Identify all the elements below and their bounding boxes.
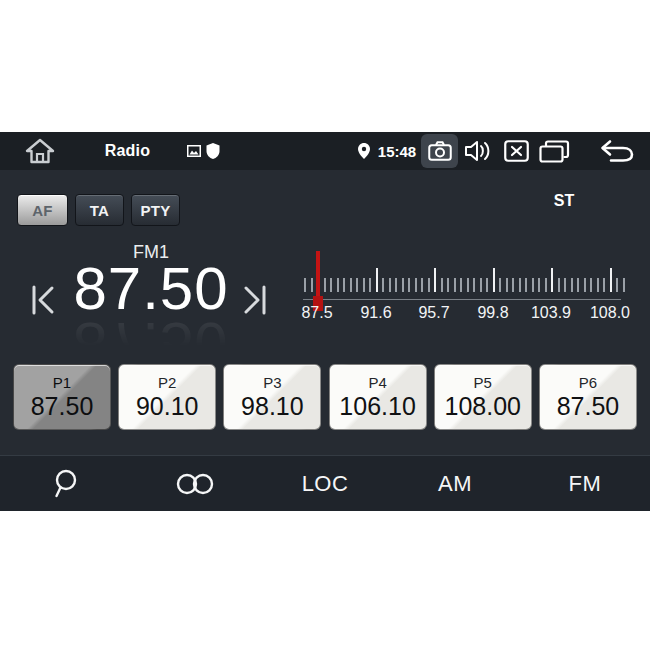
seek-forward-icon: [242, 282, 268, 318]
ta-button[interactable]: TA: [75, 194, 124, 226]
minor-tick: [421, 278, 423, 292]
option-button-row: AF TA PTY: [17, 194, 180, 226]
minor-tick: [499, 278, 501, 292]
minor-tick: [304, 278, 306, 292]
minor-tick: [330, 278, 332, 292]
minor-tick: [577, 278, 579, 292]
minor-tick: [571, 278, 573, 292]
minor-tick: [324, 278, 326, 292]
status-bar: Radio 15:48: [0, 132, 650, 170]
tuning-needle: [316, 251, 320, 299]
home-button[interactable]: [22, 132, 58, 170]
shield-icon: [205, 132, 221, 170]
search-icon: [51, 469, 79, 499]
minor-tick: [590, 278, 592, 292]
minor-tick: [382, 278, 384, 292]
radio-app-window: Radio 15:48: [0, 132, 650, 511]
minor-tick: [389, 278, 391, 292]
preset-label: P5: [474, 374, 492, 392]
preset-frequency: 106.10: [339, 392, 415, 420]
minor-tick: [525, 278, 527, 292]
camera-button[interactable]: [421, 134, 458, 168]
minor-tick: [519, 278, 521, 292]
preset-frequency: 108.00: [445, 392, 521, 420]
minor-tick: [408, 278, 410, 292]
minor-tick: [343, 278, 345, 292]
camera-icon: [428, 141, 452, 161]
minor-tick: [512, 278, 514, 292]
preset-button-p1[interactable]: P1 87.50: [13, 364, 111, 430]
gallery-icon: [186, 132, 202, 170]
af-button[interactable]: AF: [17, 194, 68, 226]
preset-button-p6[interactable]: P6 87.50: [539, 364, 637, 430]
search-button[interactable]: [0, 456, 130, 511]
radio-main-panel: AF TA PTY ST FM1 87.50 87.50: [0, 170, 650, 455]
major-tick: [376, 268, 378, 292]
close-window-icon: [504, 140, 529, 162]
major-tick: [493, 268, 495, 292]
back-icon: [597, 139, 635, 163]
preset-button-p2[interactable]: P2 90.10: [118, 364, 216, 430]
stereo-indicator: ST: [540, 192, 588, 210]
minor-tick: [415, 278, 417, 292]
preset-label: P3: [263, 374, 281, 392]
preset-scan-icon: [176, 473, 214, 495]
pty-button[interactable]: PTY: [131, 194, 180, 226]
preset-label: P1: [53, 374, 71, 392]
bottom-toolbar: LOC AM FM: [0, 455, 650, 511]
minor-tick: [447, 278, 449, 292]
scale-baseline: [303, 299, 621, 300]
preset-frequency: 87.50: [31, 392, 94, 420]
minor-tick: [603, 278, 605, 292]
scale-label: 103.9: [521, 304, 581, 322]
minor-tick: [467, 278, 469, 292]
seek-forward-button[interactable]: [240, 280, 270, 320]
minor-tick: [369, 278, 371, 292]
minor-tick: [558, 278, 560, 292]
status-clock: 15:48: [374, 132, 420, 170]
minor-tick: [395, 278, 397, 292]
scale-label: 91.6: [346, 304, 406, 322]
minor-tick: [337, 278, 339, 292]
minor-tick: [454, 278, 456, 292]
minor-tick: [473, 278, 475, 292]
scale-label: 99.8: [463, 304, 523, 322]
tuning-scale[interactable]: 87.5 91.6 95.7 99.8 103.9 108.0: [303, 248, 625, 338]
recent-apps-button[interactable]: [536, 132, 572, 170]
preset-label: P4: [368, 374, 386, 392]
preset-button-p5[interactable]: P5 108.00: [434, 364, 532, 430]
minor-tick: [460, 278, 462, 292]
minor-tick: [545, 278, 547, 292]
minor-tick: [350, 278, 352, 292]
minor-tick: [506, 278, 508, 292]
major-tick: [551, 268, 553, 292]
minor-tick: [616, 278, 618, 292]
scale-label: 108.0: [580, 304, 640, 322]
minor-tick: [532, 278, 534, 292]
minor-tick: [363, 278, 365, 292]
minor-tick: [584, 278, 586, 292]
major-tick: [434, 268, 436, 292]
preset-label: P2: [158, 374, 176, 392]
am-button[interactable]: AM: [390, 456, 520, 511]
fm-button[interactable]: FM: [520, 456, 650, 511]
preset-scan-button[interactable]: [130, 456, 260, 511]
minor-tick: [538, 278, 540, 292]
preset-frequency: 87.50: [557, 392, 620, 420]
minor-tick: [564, 278, 566, 292]
preset-frequency: 98.10: [241, 392, 304, 420]
back-button[interactable]: [594, 132, 638, 170]
minor-tick: [486, 278, 488, 292]
loc-button[interactable]: LOC: [260, 456, 390, 511]
minor-tick: [597, 278, 599, 292]
preset-button-p3[interactable]: P3 98.10: [223, 364, 321, 430]
scale-label: 95.7: [404, 304, 464, 322]
volume-button[interactable]: [462, 132, 494, 170]
preset-button-p4[interactable]: P4 106.10: [329, 364, 427, 430]
recent-apps-icon: [539, 140, 570, 163]
close-window-button[interactable]: [501, 132, 531, 170]
preset-row: P1 87.50 P2 90.10 P3 98.10 P4 106.10 P5 …: [0, 364, 650, 430]
location-pin-icon: [357, 132, 371, 170]
minor-tick: [441, 278, 443, 292]
major-tick: [610, 268, 612, 292]
